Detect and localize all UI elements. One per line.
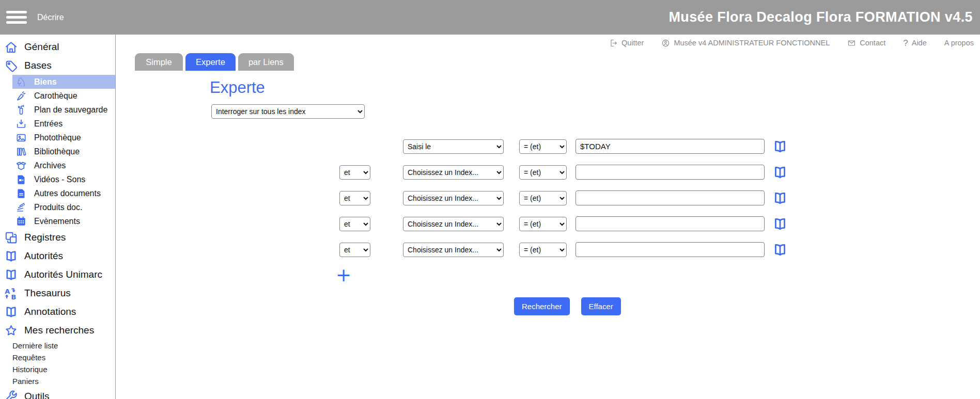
- sidebar-item-produits-doc[interactable]: Produits doc.: [12, 200, 115, 214]
- sidebar-item-label: Entrées: [34, 119, 63, 129]
- sidebar-item-annotations[interactable]: Annotations: [0, 302, 115, 321]
- chess-knight-icon: ♘: [15, 76, 27, 88]
- tab-experte[interactable]: Experte: [185, 53, 236, 71]
- sidebar-item-label: Photothèque: [34, 133, 81, 142]
- index-select[interactable]: Saisi le: [403, 139, 504, 154]
- open-book-icon: [4, 305, 18, 319]
- criteria-value-input[interactable]: [575, 190, 765, 205]
- criteria-row: etChoisissez un Index...= (et): [339, 164, 980, 180]
- quitter-button[interactable]: Quitter: [609, 39, 644, 47]
- tab-simple[interactable]: Simple: [135, 53, 183, 71]
- criteria-value-input[interactable]: [575, 139, 765, 154]
- sidebar-item-outils[interactable]: Outils: [0, 387, 115, 399]
- index-browse-book-icon[interactable]: [772, 165, 788, 180]
- index-select[interactable]: Choisissez un Index...: [403, 191, 504, 205]
- question-icon: ?: [903, 39, 908, 47]
- apropos-link[interactable]: A propos: [944, 39, 974, 47]
- sidebar-item-carotheque[interactable]: Carothèque: [12, 89, 115, 103]
- criteria-row: etChoisissez un Index...= (et): [339, 190, 980, 206]
- top-toolbar: Quitter Musée v4 ADMINISTRATEUR FONCTION…: [116, 35, 980, 51]
- sidebar-item-bases[interactable]: Bases: [0, 56, 115, 75]
- sidebar-item-label: Autorités: [24, 250, 63, 262]
- sidebar-item-label: Evènements: [34, 217, 80, 226]
- sidebar-item-autorites[interactable]: Autorités: [0, 247, 115, 265]
- sidebar-item-phototheque[interactable]: Photothèque: [12, 131, 115, 145]
- comparison-operator-select[interactable]: = (et): [519, 243, 567, 257]
- sidebar-item-historique[interactable]: Historique: [0, 363, 115, 375]
- criteria-row: etChoisissez un Index...= (et): [339, 242, 980, 258]
- home-icon: [4, 40, 18, 54]
- bool-operator-select[interactable]: et: [339, 243, 370, 257]
- sidebar-item-entrees[interactable]: Entrées: [12, 117, 115, 131]
- sidebar-item-thesaurus[interactable]: ABThesaurus: [0, 284, 115, 302]
- sidebar-item-label: Autorités Unimarc: [24, 269, 102, 280]
- comparison-operator-select[interactable]: = (et): [519, 139, 567, 154]
- sidebar-item-bibliotheque[interactable]: Bibliothèque: [12, 145, 115, 158]
- sidebar: GénéralBases♘BiensCarothèquePlan de sauv…: [0, 35, 116, 399]
- archive-box-icon: [15, 160, 27, 171]
- inbox-download-icon: [15, 118, 27, 130]
- sidebar-item-autres-documents[interactable]: Autres documents: [12, 186, 115, 200]
- envelope-icon: [847, 39, 856, 47]
- sidebar-item-label: Outils: [24, 391, 50, 399]
- index-scope-select[interactable]: Interroger sur tous les index: [211, 104, 365, 119]
- index-browse-book-icon[interactable]: [772, 216, 788, 232]
- sidebar-item-biens[interactable]: ♘Biens: [12, 75, 115, 89]
- comparison-operator-select[interactable]: = (et): [519, 217, 567, 231]
- criteria-value-input[interactable]: [575, 216, 765, 231]
- contact-link[interactable]: Contact: [847, 39, 885, 47]
- comparison-operator-select[interactable]: = (et): [519, 191, 567, 205]
- sidebar-item-plan-de-sauvegarde[interactable]: Plan de sauvegarde: [12, 103, 115, 117]
- main-content: Quitter Musée v4 ADMINISTRATEUR FONCTION…: [116, 35, 980, 399]
- top-header: Décrire Musée Flora Decalog Flora FORMAT…: [0, 0, 980, 35]
- bool-cell: et: [339, 243, 370, 257]
- hamburger-menu-icon[interactable]: [6, 11, 27, 24]
- index-select[interactable]: Choisissez un Index...: [403, 165, 504, 180]
- index-select[interactable]: Choisissez un Index...: [403, 243, 504, 257]
- sidebar-item-autorites-unimarc[interactable]: Autorités Unimarc: [0, 265, 115, 284]
- index-browse-book-icon[interactable]: [772, 139, 788, 154]
- criteria-value-input[interactable]: [575, 165, 765, 180]
- sidebar-item-label: Requêtes: [12, 353, 45, 362]
- aide-link[interactable]: ? Aide: [903, 39, 927, 47]
- clear-button[interactable]: Effacer: [581, 297, 621, 315]
- sidebar-item-label: Thesaurus: [24, 288, 71, 299]
- bool-operator-select[interactable]: et: [339, 191, 370, 205]
- sidebar-item-label: Biens: [34, 77, 57, 87]
- open-book-icon: [4, 268, 18, 282]
- user-menu[interactable]: Musée v4 ADMINISTRATEUR FONCTIONNEL: [661, 39, 830, 47]
- sidebar-item-evenements[interactable]: Evènements: [12, 214, 115, 228]
- sidebar-item-label: Dernière liste: [12, 341, 58, 350]
- search-button[interactable]: Rechercher: [514, 297, 570, 315]
- sidebar-item-general[interactable]: Général: [0, 38, 115, 56]
- index-browse-book-icon[interactable]: [772, 242, 788, 258]
- sidebar-item-paniers[interactable]: Paniers: [0, 375, 115, 387]
- sidebar-item-archives[interactable]: Archives: [12, 158, 115, 172]
- sidebar-item-label: Autres documents: [34, 189, 101, 198]
- bool-operator-select[interactable]: et: [339, 165, 370, 180]
- add-criteria-button[interactable]: +: [335, 267, 352, 283]
- translate-icon: AB: [4, 286, 18, 300]
- sidebar-item-label: Carothèque: [34, 91, 77, 101]
- logout-icon: [609, 39, 618, 47]
- sidebar-item-derniere-liste[interactable]: Dernière liste: [0, 340, 115, 352]
- app-title: Musée Flora Decalog Flora FORMATION v4.5: [668, 9, 973, 25]
- sidebar-item-label: Bibliothèque: [34, 147, 80, 156]
- sidebar-item-label: Bases: [24, 60, 52, 71]
- index-browse-book-icon[interactable]: [772, 190, 788, 206]
- criteria-row: Saisi le= (et): [339, 138, 980, 154]
- sidebar-item-label: Vidéos - Sons: [34, 175, 85, 184]
- comparison-operator-select[interactable]: = (et): [519, 165, 567, 180]
- bool-operator-select[interactable]: et: [339, 217, 370, 231]
- criteria-value-input[interactable]: [575, 242, 765, 257]
- open-book-icon: [4, 249, 18, 263]
- sidebar-item-label: Mes recherches: [24, 325, 94, 336]
- sidebar-item-registres[interactable]: Registres: [0, 228, 115, 247]
- section-title: Décrire: [37, 13, 64, 22]
- sidebar-item-requetes[interactable]: Requêtes: [0, 352, 115, 363]
- sidebar-item-videos-sons[interactable]: Vidéos - Sons: [12, 172, 115, 186]
- sidebar-item-mes-recherches[interactable]: Mes recherches: [0, 321, 115, 340]
- tab-par-liens[interactable]: par Liens: [238, 53, 294, 71]
- form-actions: Rechercher Effacer: [514, 297, 980, 315]
- index-select[interactable]: Choisissez un Index...: [403, 217, 504, 231]
